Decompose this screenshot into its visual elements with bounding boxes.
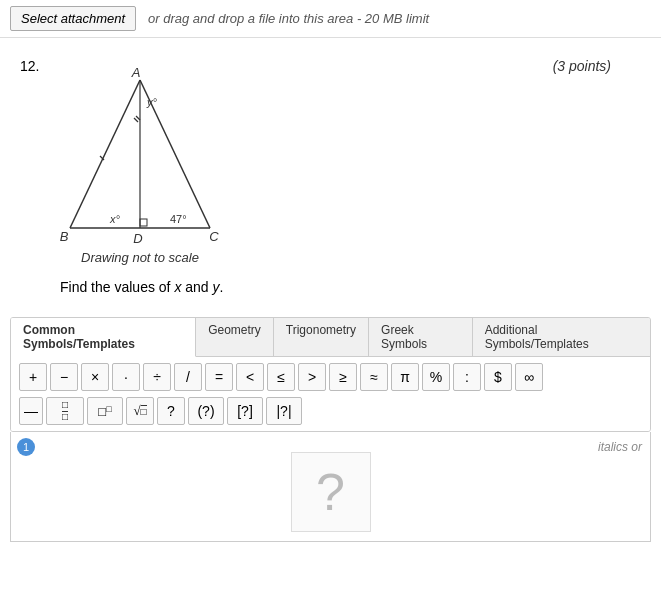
svg-line-6 bbox=[136, 116, 140, 120]
symbol-row-2: — □ □ □□ √□ ? (?) [?] |?| bbox=[11, 397, 650, 431]
angle-y-label: y° bbox=[146, 96, 158, 108]
sym-fraction[interactable]: □ □ bbox=[46, 397, 84, 425]
tab-common-symbols[interactable]: Common Symbols/Templates bbox=[11, 318, 196, 357]
sym-abs-question[interactable]: |?| bbox=[266, 397, 302, 425]
triangle-diagram: A B D C y° x° 47° bbox=[60, 68, 220, 248]
question-text-middle: and bbox=[181, 279, 212, 295]
editor-badge: 1 bbox=[17, 438, 35, 456]
angle-x-label: x° bbox=[109, 213, 121, 225]
sym-infinity[interactable]: ∞ bbox=[515, 363, 543, 391]
sym-sqrt[interactable]: √□ bbox=[126, 397, 154, 425]
label-D: D bbox=[133, 231, 142, 246]
drag-drop-hint: or drag and drop a file into this area -… bbox=[148, 11, 429, 26]
tab-additional-symbols[interactable]: Additional Symbols/Templates bbox=[473, 318, 650, 356]
select-attachment-button[interactable]: Select attachment bbox=[10, 6, 136, 31]
toolbar-tabs: Common Symbols/Templates Geometry Trigon… bbox=[11, 318, 650, 357]
sym-question[interactable]: ? bbox=[157, 397, 185, 425]
diagram-caption: Drawing not to scale bbox=[81, 250, 199, 265]
svg-rect-4 bbox=[140, 219, 147, 226]
editor-placeholder: ? bbox=[291, 452, 371, 532]
svg-line-0 bbox=[70, 80, 140, 228]
editor-italics-hint: italics or bbox=[598, 440, 642, 454]
top-bar: Select attachment or drag and drop a fil… bbox=[0, 0, 661, 38]
label-B: B bbox=[60, 229, 69, 244]
sym-pi[interactable]: π bbox=[391, 363, 419, 391]
sym-paren-question[interactable]: (?) bbox=[188, 397, 224, 425]
sym-lt[interactable]: < bbox=[236, 363, 264, 391]
sym-plus[interactable]: + bbox=[19, 363, 47, 391]
sym-dash[interactable]: — bbox=[19, 397, 43, 425]
question-text-after: . bbox=[220, 279, 224, 295]
sym-approx[interactable]: ≈ bbox=[360, 363, 388, 391]
label-C: C bbox=[209, 229, 219, 244]
question-points: (3 points) bbox=[553, 58, 641, 74]
angle-47-label: 47° bbox=[170, 213, 187, 225]
label-A: A bbox=[131, 68, 141, 80]
tab-geometry[interactable]: Geometry bbox=[196, 318, 274, 356]
sym-bracket-question[interactable]: [?] bbox=[227, 397, 263, 425]
sym-dot[interactable]: · bbox=[112, 363, 140, 391]
sym-div[interactable]: ÷ bbox=[143, 363, 171, 391]
sym-gt[interactable]: > bbox=[298, 363, 326, 391]
question-number: 12. bbox=[20, 58, 50, 74]
sym-dollar[interactable]: $ bbox=[484, 363, 512, 391]
sym-times[interactable]: × bbox=[81, 363, 109, 391]
question-text-before: Find the values of bbox=[60, 279, 174, 295]
sym-percent[interactable]: % bbox=[422, 363, 450, 391]
var-y: y bbox=[213, 279, 220, 295]
sym-lte[interactable]: ≤ bbox=[267, 363, 295, 391]
question-header: 12. A B bbox=[20, 58, 641, 271]
sym-colon[interactable]: : bbox=[453, 363, 481, 391]
sym-minus[interactable]: − bbox=[50, 363, 78, 391]
symbol-row-1: + − × · ÷ / = < ≤ > ≥ ≈ π % : $ ∞ bbox=[11, 357, 650, 397]
editor-area[interactable]: 1 italics or ? bbox=[10, 432, 651, 542]
svg-line-5 bbox=[134, 118, 138, 122]
diagram-container: A B D C y° x° 47° Drawing not to scale bbox=[60, 68, 220, 265]
sym-superscript[interactable]: □□ bbox=[87, 397, 123, 425]
question-area: 12. A B bbox=[0, 38, 661, 309]
sym-equals[interactable]: = bbox=[205, 363, 233, 391]
question-text: Find the values of x and y. bbox=[20, 279, 641, 295]
symbol-toolbar: Common Symbols/Templates Geometry Trigon… bbox=[10, 317, 651, 432]
tab-trigonometry[interactable]: Trigonometry bbox=[274, 318, 369, 356]
sym-gte[interactable]: ≥ bbox=[329, 363, 357, 391]
tab-greek-symbols[interactable]: Greek Symbols bbox=[369, 318, 473, 356]
sym-slash[interactable]: / bbox=[174, 363, 202, 391]
